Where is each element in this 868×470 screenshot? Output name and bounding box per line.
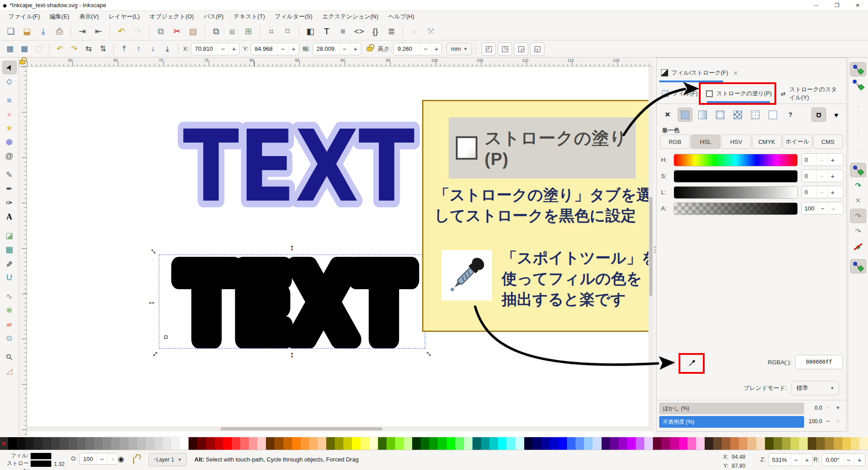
paint-server-button[interactable]: ♥ bbox=[829, 107, 844, 122]
zoom-inc[interactable]: + bbox=[801, 454, 812, 466]
menu-item-6[interactable]: テキスト(T) bbox=[229, 11, 270, 22]
swatch-fill-icon[interactable]: ◗ bbox=[661, 358, 665, 366]
flip-horizontal-icon[interactable]: ⇆ bbox=[81, 42, 96, 56]
transform-stroke-toggle[interactable]: ◰ bbox=[481, 42, 496, 56]
restore-button[interactable]: ❐ bbox=[827, 0, 847, 10]
braces-dialog-icon[interactable]: {} bbox=[367, 24, 383, 39]
palette-swatch[interactable] bbox=[481, 437, 490, 450]
palette-swatch[interactable] bbox=[842, 437, 851, 450]
palette-swatch[interactable] bbox=[103, 437, 111, 450]
selection-anchor[interactable] bbox=[164, 336, 167, 339]
slider-bar[interactable] bbox=[674, 186, 798, 199]
palette-swatch[interactable] bbox=[326, 437, 335, 450]
fill-indicator[interactable] bbox=[31, 453, 51, 459]
close-button[interactable]: ✕ bbox=[847, 0, 868, 10]
y-increment[interactable]: + bbox=[288, 43, 299, 55]
slider-increment[interactable]: + bbox=[827, 170, 838, 182]
menu-item-9[interactable]: ヘルプ(H) bbox=[383, 11, 419, 22]
snap-paths[interactable]: ↷ bbox=[850, 178, 866, 192]
zoom-drawing-icon[interactable]: ⌑ bbox=[279, 24, 296, 39]
align-dialog-icon[interactable]: ≣ bbox=[383, 24, 400, 39]
paint-linear-gradient-button[interactable] bbox=[695, 107, 710, 122]
y-input[interactable]: 84.968 −+ bbox=[251, 43, 299, 55]
palette-swatch[interactable] bbox=[472, 437, 481, 450]
ellipse-tool[interactable]: ● bbox=[2, 107, 17, 121]
layer-lock-icon[interactable] bbox=[133, 457, 134, 464]
menu-item-7[interactable]: フィルター(S) bbox=[270, 11, 318, 22]
blur-value[interactable]: 0.0 bbox=[807, 405, 822, 411]
colorspace-ホイール[interactable]: ホイール bbox=[783, 134, 812, 149]
palette-swatch[interactable] bbox=[739, 437, 747, 450]
text-tool[interactable]: A bbox=[2, 210, 17, 224]
paint-bucket-tool[interactable]: U bbox=[2, 271, 17, 284]
calligraphy-tool[interactable]: ✑ bbox=[2, 196, 17, 210]
palette-swatch[interactable] bbox=[257, 437, 266, 450]
slider-decrement[interactable]: − bbox=[816, 170, 827, 182]
palette-swatch[interactable] bbox=[464, 437, 472, 450]
snap-bbox-corners[interactable]: ╴ bbox=[850, 112, 866, 127]
lower-to-bottom-icon[interactable]: ⤓ bbox=[160, 42, 175, 56]
snap-bbox-edges[interactable]: ╷ bbox=[850, 97, 866, 112]
palette-swatch[interactable] bbox=[679, 437, 688, 450]
slider-decrement[interactable]: − bbox=[816, 154, 827, 166]
snap-bbox-centers[interactable]: · bbox=[850, 143, 866, 157]
print-icon[interactable]: ⎙ bbox=[51, 24, 67, 39]
paint-radial-gradient-button[interactable] bbox=[713, 107, 728, 122]
x-increment[interactable]: + bbox=[228, 43, 239, 55]
palette-swatch[interactable] bbox=[197, 437, 206, 450]
palette-swatch[interactable] bbox=[636, 437, 644, 450]
select-all-layers-icon[interactable]: ▩ bbox=[17, 42, 31, 56]
lock-ratio-icon[interactable] bbox=[367, 47, 373, 51]
x-decrement[interactable]: − bbox=[217, 43, 228, 55]
guide-lock-icon[interactable] bbox=[19, 60, 25, 64]
palette-remove-color[interactable]: ✕ bbox=[0, 437, 8, 450]
transform-gradient-toggle[interactable]: ◲ bbox=[514, 42, 528, 56]
palette-swatch[interactable] bbox=[644, 437, 653, 450]
opacity-increment[interactable]: + bbox=[834, 417, 842, 425]
tweak-tool[interactable]: ∿ bbox=[2, 290, 17, 303]
menu-item-2[interactable]: 表示(V) bbox=[74, 11, 103, 22]
swatch-button[interactable]: Ʊ bbox=[811, 107, 826, 122]
opacity-value[interactable]: 100.0 bbox=[807, 418, 822, 425]
colorspace-rgb[interactable]: RGB bbox=[660, 134, 690, 149]
palette-swatch[interactable] bbox=[171, 437, 180, 450]
palette-swatch[interactable] bbox=[515, 437, 524, 450]
paint-flat-button[interactable] bbox=[678, 107, 693, 122]
connector-tool[interactable]: ⧉ bbox=[2, 331, 17, 345]
horizontal-ruler[interactable]: 6065707580859095100105110115120 bbox=[27, 58, 653, 67]
menu-item-4[interactable]: オブジェクト(O) bbox=[144, 11, 199, 22]
palette-swatch[interactable] bbox=[421, 437, 429, 450]
text-dialog-icon[interactable]: T bbox=[319, 24, 335, 39]
undo-icon[interactable]: ↶ bbox=[113, 24, 130, 39]
box3d-tool[interactable]: ⬢ bbox=[2, 135, 17, 149]
panel-tab-header[interactable]: フィル/ストローク(F) ✕ bbox=[657, 64, 742, 81]
rotation-dec[interactable]: − bbox=[843, 454, 854, 466]
palette-swatch[interactable] bbox=[859, 437, 868, 450]
palette-swatch[interactable] bbox=[816, 437, 825, 450]
palette-swatch[interactable] bbox=[799, 437, 808, 450]
select-all-icon[interactable]: ▦ bbox=[3, 42, 17, 56]
palette-swatch[interactable] bbox=[705, 437, 713, 450]
palette-swatch[interactable] bbox=[619, 437, 627, 450]
snap-midpoints[interactable]: ◆ bbox=[850, 239, 866, 254]
colorspace-cms[interactable]: CMS bbox=[813, 134, 843, 149]
palette-swatch[interactable] bbox=[747, 437, 756, 450]
opacity-dec[interactable]: − bbox=[96, 453, 107, 464]
palette-swatch[interactable] bbox=[51, 437, 60, 450]
blur-increment[interactable]: + bbox=[834, 404, 842, 411]
raise-to-top-icon[interactable]: ⤒ bbox=[117, 42, 131, 56]
slider-decrement[interactable]: − bbox=[816, 186, 827, 198]
colorspace-cmyk[interactable]: CMYK bbox=[752, 134, 782, 149]
open-document-icon[interactable]: ⬓ bbox=[19, 24, 35, 39]
palette-swatch[interactable] bbox=[661, 437, 670, 450]
width-input[interactable]: 28.009 −+ bbox=[313, 43, 361, 55]
opacity-inc[interactable]: + bbox=[107, 453, 118, 464]
blend-mode-dropdown[interactable]: 標準 ▼ bbox=[792, 381, 839, 395]
rotation-input[interactable]: 0.00° −+ bbox=[822, 453, 865, 466]
palette-swatch[interactable] bbox=[602, 437, 610, 450]
palette-swatch[interactable] bbox=[266, 437, 274, 450]
rotation-inc[interactable]: + bbox=[854, 454, 865, 466]
zoom-input[interactable]: 531% −+ bbox=[768, 453, 813, 466]
menu-item-0[interactable]: ファイル(F) bbox=[4, 11, 45, 22]
paint-swatch-button[interactable] bbox=[748, 107, 763, 122]
